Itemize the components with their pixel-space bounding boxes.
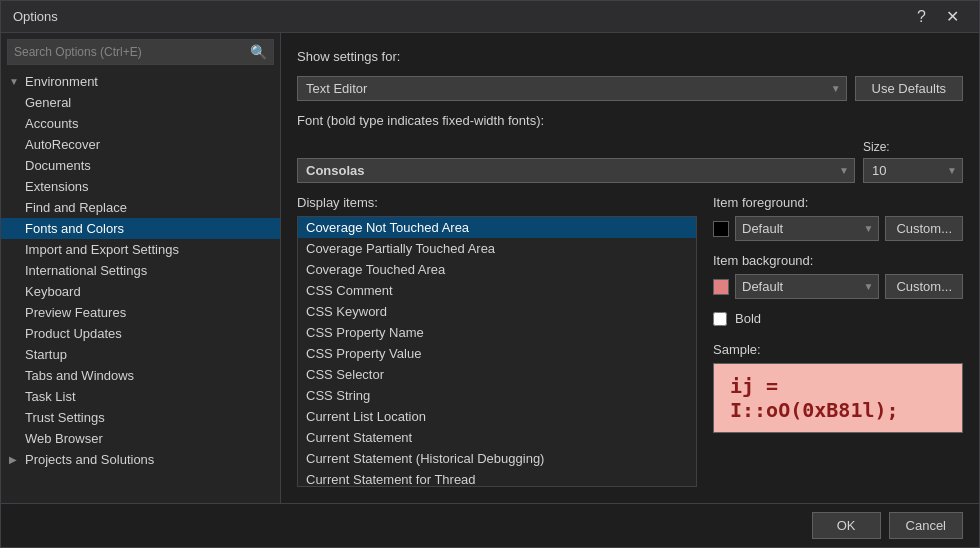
tree-item-keyboard[interactable]: Keyboard <box>1 281 280 302</box>
bg-dropdown[interactable]: Default <box>735 274 879 299</box>
tree-item-product-updates[interactable]: Product Updates <box>1 323 280 344</box>
list-item-css-selector[interactable]: CSS Selector <box>298 364 696 385</box>
show-settings-dropdown-wrapper: Text Editor ▼ <box>297 76 847 101</box>
list-item-coverage-touched[interactable]: Coverage Touched Area <box>298 259 696 280</box>
item-bg-label: Item background: <box>713 253 963 268</box>
list-item-current-statement[interactable]: Current Statement <box>298 427 696 448</box>
bg-dropdown-wrapper: Default ▼ <box>735 274 879 299</box>
font-label: Font (bold type indicates fixed-width fo… <box>297 113 544 128</box>
fg-bg-col: Item foreground: Default ▼ Custom... <box>713 195 963 487</box>
display-list-container[interactable]: Coverage Not Touched Area Coverage Parti… <box>297 216 697 487</box>
tree-item-tabs-windows[interactable]: Tabs and Windows <box>1 365 280 386</box>
font-label-row: Font (bold type indicates fixed-width fo… <box>297 113 963 128</box>
font-dropdown[interactable]: Consolas <box>297 158 855 183</box>
show-settings-dropdown-row: Text Editor ▼ Use Defaults <box>297 76 963 101</box>
tree-label-trust: Trust Settings <box>25 410 105 425</box>
font-select-wrapper: Consolas ▼ <box>297 158 855 183</box>
search-box[interactable]: 🔍 <box>7 39 274 65</box>
tree-item-documents[interactable]: Documents <box>1 155 280 176</box>
sample-code: ij = I::oO(0xB81l); <box>730 374 946 422</box>
custom-bg-button[interactable]: Custom... <box>885 274 963 299</box>
list-item-coverage-partially[interactable]: Coverage Partially Touched Area <box>298 238 696 259</box>
show-settings-label: Show settings for: <box>297 49 400 64</box>
font-row: Consolas ▼ Size: 10 ▼ <box>297 140 963 183</box>
list-item-current-statement-historical[interactable]: Current Statement (Historical Debugging) <box>298 448 696 469</box>
options-dialog: Options ? ✕ 🔍 ▼ Environment General <box>0 0 980 548</box>
tree-item-projects[interactable]: ▶ Projects and Solutions <box>1 449 280 470</box>
size-label: Size: <box>863 140 963 154</box>
tree-item-trust[interactable]: Trust Settings <box>1 407 280 428</box>
close-button[interactable]: ✕ <box>938 7 967 27</box>
list-item-css-string[interactable]: CSS String <box>298 385 696 406</box>
ok-button[interactable]: OK <box>812 512 881 539</box>
tree-item-international[interactable]: International Settings <box>1 260 280 281</box>
tree-item-import-export[interactable]: Import and Export Settings <box>1 239 280 260</box>
dialog-title: Options <box>13 9 58 24</box>
left-panel: 🔍 ▼ Environment General Accounts AutoRec… <box>1 33 281 503</box>
item-bg-section: Item background: Default ▼ Custom... <box>713 253 963 299</box>
bold-checkbox[interactable] <box>713 312 727 326</box>
expand-arrow-environment: ▼ <box>9 76 25 87</box>
bold-row: Bold <box>713 311 963 326</box>
size-dropdown[interactable]: 10 <box>863 158 963 183</box>
size-wrapper: Size: 10 ▼ <box>863 140 963 183</box>
tree-item-preview[interactable]: Preview Features <box>1 302 280 323</box>
tree-item-accounts[interactable]: Accounts <box>1 113 280 134</box>
list-item-css-comment[interactable]: CSS Comment <box>298 280 696 301</box>
font-dropdown-wrapper: Consolas ▼ <box>297 158 855 183</box>
item-fg-section: Item foreground: Default ▼ Custom... <box>713 195 963 241</box>
list-item-coverage-not-touched[interactable]: Coverage Not Touched Area <box>298 217 696 238</box>
bottom-bar: OK Cancel <box>1 503 979 547</box>
search-input[interactable] <box>8 41 244 63</box>
tree-item-extensions[interactable]: Extensions <box>1 176 280 197</box>
tree-item-find-replace[interactable]: Find and Replace <box>1 197 280 218</box>
help-button[interactable]: ? <box>909 7 934 27</box>
bold-label: Bold <box>735 311 761 326</box>
tree-label-extensions: Extensions <box>25 179 89 194</box>
tree-label-keyboard: Keyboard <box>25 284 81 299</box>
size-select-wrapper: 10 ▼ <box>863 158 963 183</box>
dialog-body: 🔍 ▼ Environment General Accounts AutoRec… <box>1 33 979 503</box>
list-item-css-keyword[interactable]: CSS Keyword <box>298 301 696 322</box>
tree-item-environment[interactable]: ▼ Environment <box>1 71 280 92</box>
expand-arrow-projects: ▶ <box>9 454 25 465</box>
custom-fg-button[interactable]: Custom... <box>885 216 963 241</box>
fg-dropdown[interactable]: Default <box>735 216 879 241</box>
tree-item-autorecover[interactable]: AutoRecover <box>1 134 280 155</box>
tree-item-web-browser[interactable]: Web Browser <box>1 428 280 449</box>
tree-label-import-export: Import and Export Settings <box>25 242 179 257</box>
use-defaults-button[interactable]: Use Defaults <box>855 76 963 101</box>
list-item-current-statement-thread[interactable]: Current Statement for Thread <box>298 469 696 487</box>
show-settings-dropdown[interactable]: Text Editor <box>297 76 847 101</box>
item-bg-row: Default ▼ Custom... <box>713 274 963 299</box>
list-item-current-list-location[interactable]: Current List Location <box>298 406 696 427</box>
tree-label-startup: Startup <box>25 347 67 362</box>
sample-label: Sample: <box>713 342 963 357</box>
tree-item-general[interactable]: General <box>1 92 280 113</box>
tree-item-fonts-colors[interactable]: Fonts and Colors <box>1 218 280 239</box>
tree-label-general: General <box>25 95 71 110</box>
right-panel: Show settings for: Text Editor ▼ Use Def… <box>281 33 979 503</box>
cancel-button[interactable]: Cancel <box>889 512 963 539</box>
tree-label-documents: Documents <box>25 158 91 173</box>
tree-label-tabs-windows: Tabs and Windows <box>25 368 134 383</box>
tree-label-web-browser: Web Browser <box>25 431 103 446</box>
tree-item-startup[interactable]: Startup <box>1 344 280 365</box>
title-bar: Options ? ✕ <box>1 1 979 33</box>
tree-label-task-list: Task List <box>25 389 76 404</box>
tree-label-environment: Environment <box>25 74 98 89</box>
search-icon[interactable]: 🔍 <box>244 40 273 64</box>
tree-label-international: International Settings <box>25 263 147 278</box>
bg-swatch <box>713 279 729 295</box>
tree-label-accounts: Accounts <box>25 116 78 131</box>
list-item-css-property-value[interactable]: CSS Property Value <box>298 343 696 364</box>
display-section: Display items: Coverage Not Touched Area… <box>297 195 963 487</box>
tree-label-product-updates: Product Updates <box>25 326 122 341</box>
fg-dropdown-wrapper: Default ▼ <box>735 216 879 241</box>
tree-label-fonts-colors: Fonts and Colors <box>25 221 124 236</box>
tree-label-autorecover: AutoRecover <box>25 137 100 152</box>
sample-section: Sample: ij = I::oO(0xB81l); <box>713 342 963 433</box>
list-item-css-property-name[interactable]: CSS Property Name <box>298 322 696 343</box>
tree-item-task-list[interactable]: Task List <box>1 386 280 407</box>
fg-swatch <box>713 221 729 237</box>
